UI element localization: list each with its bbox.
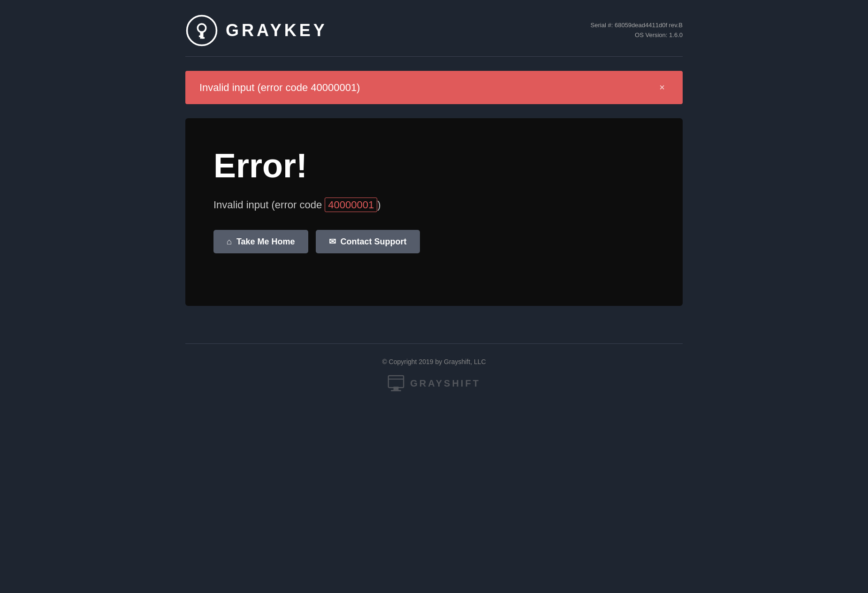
error-card: Error! Invalid input (error code 4000000… <box>185 118 683 306</box>
error-description-suffix: ) <box>377 199 381 211</box>
os-info: OS Version: 1.6.0 <box>591 30 683 40</box>
contact-support-button[interactable]: ✉ Contact Support <box>316 230 420 253</box>
error-banner-message: Invalid input (error code 40000001) <box>199 82 360 94</box>
serial-info: Serial #: 68059dead4411d0f rev.B <box>591 21 683 30</box>
header: GRAYKEY Serial #: 68059dead4411d0f rev.B… <box>185 0 683 56</box>
logo-text: GRAYKEY <box>226 21 327 40</box>
svg-rect-4 <box>202 37 205 39</box>
take-me-home-button[interactable]: ⌂ Take Me Home <box>213 230 308 253</box>
error-description: Invalid input (error code 40000001) <box>213 199 655 211</box>
error-title: Error! <box>213 146 655 185</box>
svg-point-0 <box>187 16 217 46</box>
error-banner-close-button[interactable]: × <box>655 80 669 95</box>
serial-value: 68059dead4411d0f rev.B <box>615 22 683 29</box>
logo-area: GRAYKEY <box>185 14 327 47</box>
header-divider <box>185 56 683 57</box>
footer-logo-text: GRAYSHIFT <box>410 378 480 389</box>
mail-icon: ✉ <box>329 236 336 247</box>
graykey-logo-icon <box>185 14 218 47</box>
error-banner: Invalid input (error code 40000001) × <box>185 71 683 104</box>
os-label: OS Version: <box>635 31 667 38</box>
os-value: 1.6.0 <box>669 31 683 38</box>
action-buttons: ⌂ Take Me Home ✉ Contact Support <box>213 230 655 253</box>
footer-logo: GRAYSHIFT <box>185 375 683 392</box>
footer-copyright: © Copyright 2019 by Grayshift, LLC <box>185 358 683 365</box>
home-icon: ⌂ <box>227 237 232 247</box>
error-code-highlight: 40000001 <box>325 198 377 212</box>
svg-rect-7 <box>394 387 399 390</box>
footer-divider <box>185 343 683 344</box>
svg-point-1 <box>198 24 206 32</box>
svg-rect-5 <box>388 376 404 388</box>
svg-rect-3 <box>199 36 201 38</box>
support-button-label: Contact Support <box>341 237 407 247</box>
footer-logo-icon <box>388 375 404 392</box>
svg-rect-8 <box>391 390 401 391</box>
header-info: Serial #: 68059dead4411d0f rev.B OS Vers… <box>591 21 683 40</box>
home-button-label: Take Me Home <box>236 237 295 247</box>
footer: © Copyright 2019 by Grayshift, LLC GRAYS… <box>185 325 683 406</box>
serial-label: Serial #: <box>591 22 613 29</box>
error-description-prefix: Invalid input (error code <box>213 199 325 211</box>
